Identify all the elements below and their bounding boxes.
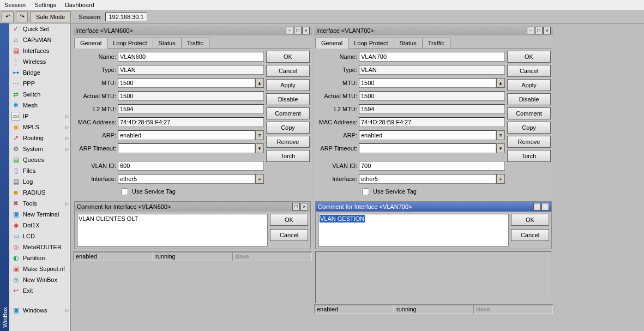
dropdown-icon[interactable]: ▼ <box>496 143 505 153</box>
sidebar-item-interfaces[interactable]: ▤Interfaces <box>9 45 70 56</box>
use-service-tag-checkbox[interactable] <box>362 188 369 195</box>
tab-status[interactable]: Status <box>394 38 423 48</box>
sidebar-item-new-terminal[interactable]: ▣New Terminal <box>9 209 70 220</box>
sidebar-item-system[interactable]: ⚙System▷ <box>9 143 70 154</box>
sidebar-item-make-supout-rif[interactable]: ▣Make Supout.rif <box>9 263 70 274</box>
close-icon[interactable]: × <box>541 203 549 210</box>
menu-session[interactable]: Session <box>0 1 30 9</box>
comment-cancel-button[interactable]: Cancel <box>270 229 308 241</box>
title-bar[interactable]: Interface <VLAN600> – □ × <box>73 26 312 35</box>
dropdown-icon[interactable]: ∓ <box>496 130 505 140</box>
field-input[interactable] <box>359 143 496 153</box>
maximize-icon[interactable]: □ <box>292 203 300 210</box>
sidebar-item-mpls[interactable]: ◉MPLS▷ <box>9 122 70 133</box>
redo-button[interactable]: ↷ <box>16 11 28 22</box>
copy-button[interactable]: Copy <box>507 122 551 134</box>
comment-textarea[interactable] <box>77 214 268 246</box>
field-input[interactable] <box>118 143 255 153</box>
sidebar-item-lcd[interactable]: ▭LCD <box>9 231 70 242</box>
maximize-icon[interactable]: □ <box>294 27 302 34</box>
tab-general[interactable]: General <box>315 38 348 49</box>
comment-cancel-button[interactable]: Cancel <box>511 229 549 241</box>
sidebar-item-ppp[interactable]: ⋯PPP <box>9 78 70 89</box>
sidebar-item-ip[interactable]: 255IP▷ <box>9 111 70 122</box>
sidebar-item-exit[interactable]: ↩Exit <box>9 285 70 296</box>
sidebar-item-radius[interactable]: ☻RADIUS <box>9 187 70 198</box>
sidebar-item-bridge[interactable]: ⊶Bridge <box>9 67 70 78</box>
sidebar-icon: ☻ <box>11 188 20 197</box>
close-icon[interactable]: × <box>300 203 308 210</box>
sidebar-item-wireless[interactable]: ⋮Wireless <box>9 56 70 67</box>
sidebar-item-new-winbox[interactable]: ◎New WinBox <box>9 274 70 285</box>
dropdown-icon[interactable]: ∓ <box>255 174 264 184</box>
tab-general[interactable]: General <box>74 38 107 49</box>
menu-settings[interactable]: Settings <box>30 1 61 9</box>
cancel-button[interactable]: Cancel <box>266 65 310 77</box>
safe-mode-button[interactable]: Safe Mode <box>30 11 71 22</box>
tab-status[interactable]: Status <box>153 38 182 48</box>
field-input[interactable] <box>118 78 255 88</box>
tab-traffic[interactable]: Traffic <box>422 38 450 48</box>
sidebar-item-partition[interactable]: ◐Partition <box>9 252 70 263</box>
sidebar-item-queues[interactable]: ▤Queues <box>9 154 70 165</box>
remove-button[interactable]: Remove <box>266 136 310 148</box>
disable-button[interactable]: Disable <box>266 93 310 105</box>
comment-button[interactable]: Comment <box>266 107 310 119</box>
dropdown-icon[interactable]: ∓ <box>496 174 505 184</box>
tab-traffic[interactable]: Traffic <box>181 38 209 48</box>
remove-button[interactable]: Remove <box>507 136 551 148</box>
sidebar-item-tools[interactable]: ✖Tools▷ <box>9 198 70 209</box>
sidebar-item-routing[interactable]: ↗Routing▷ <box>9 133 70 143</box>
field-input[interactable] <box>359 174 496 184</box>
title-bar[interactable]: Interface <VLAN700> – □ × <box>314 26 553 35</box>
dropdown-icon[interactable]: ▲ <box>255 78 264 88</box>
ok-button[interactable]: OK <box>507 51 551 63</box>
sidebar-item-capsman[interactable]: ⌂CAPsMAN <box>9 34 70 45</box>
field-input[interactable] <box>118 174 255 184</box>
comment-title-bar[interactable]: Comment for Interface <VLAN600> □ × <box>75 202 310 212</box>
disable-button[interactable]: Disable <box>507 93 551 105</box>
sidebar-item-quick-set[interactable]: ✓Quick Set <box>9 23 70 34</box>
comment-ok-button[interactable]: OK <box>270 214 308 226</box>
sidebar-item-metarouter[interactable]: ◎MetaROUTER <box>9 242 70 252</box>
window-title: Interface <VLAN600> <box>75 27 133 34</box>
maximize-icon[interactable]: □ <box>533 203 541 210</box>
dropdown-icon[interactable]: ▼ <box>255 143 264 153</box>
sidebar-item-log[interactable]: ▤Log <box>9 176 70 187</box>
sidebar-item-windows[interactable]: ▣Windows▷ <box>9 305 70 316</box>
undo-button[interactable]: ↶ <box>2 11 14 22</box>
minimize-icon[interactable]: – <box>527 27 534 34</box>
field-input[interactable] <box>359 161 505 171</box>
torch-button[interactable]: Torch <box>266 150 310 162</box>
field-input[interactable] <box>359 78 496 88</box>
field-input[interactable] <box>359 52 505 62</box>
apply-button[interactable]: Apply <box>266 79 310 91</box>
tab-loop-protect[interactable]: Loop Protect <box>107 38 153 48</box>
field-input[interactable] <box>359 130 496 140</box>
comment-ok-button[interactable]: OK <box>511 214 549 226</box>
sidebar-item-mesh[interactable]: ✱Mesh <box>9 100 70 111</box>
dropdown-icon[interactable]: ▲ <box>496 78 505 88</box>
maximize-icon[interactable]: □ <box>535 27 543 34</box>
sidebar-item-files[interactable]: ▯Files <box>9 165 70 176</box>
comment-button[interactable]: Comment <box>507 107 551 119</box>
field-input[interactable] <box>118 161 264 171</box>
menu-dashboard[interactable]: Dashboard <box>61 1 99 9</box>
cancel-button[interactable]: Cancel <box>507 65 551 77</box>
comment-title-bar[interactable]: Comment for Interface <VLAN700> □ × <box>316 202 551 212</box>
sidebar-item-switch[interactable]: ⇄Switch <box>9 89 70 100</box>
ok-button[interactable]: OK <box>266 51 310 63</box>
close-icon[interactable]: × <box>543 27 551 34</box>
apply-button[interactable]: Apply <box>507 79 551 91</box>
minimize-icon[interactable]: – <box>286 27 293 34</box>
tab-loop-protect[interactable]: Loop Protect <box>348 38 394 48</box>
torch-button[interactable]: Torch <box>507 150 551 162</box>
sidebar-item-dot1x[interactable]: ◆Dot1X <box>9 220 70 231</box>
comment-textarea[interactable]: VLAN GESTION <box>318 214 509 246</box>
field-input[interactable] <box>118 52 264 62</box>
copy-button[interactable]: Copy <box>266 122 310 134</box>
dropdown-icon[interactable]: ∓ <box>255 130 264 140</box>
close-icon[interactable]: × <box>302 27 310 34</box>
field-input[interactable] <box>118 130 255 140</box>
use-service-tag-checkbox[interactable] <box>121 188 128 195</box>
